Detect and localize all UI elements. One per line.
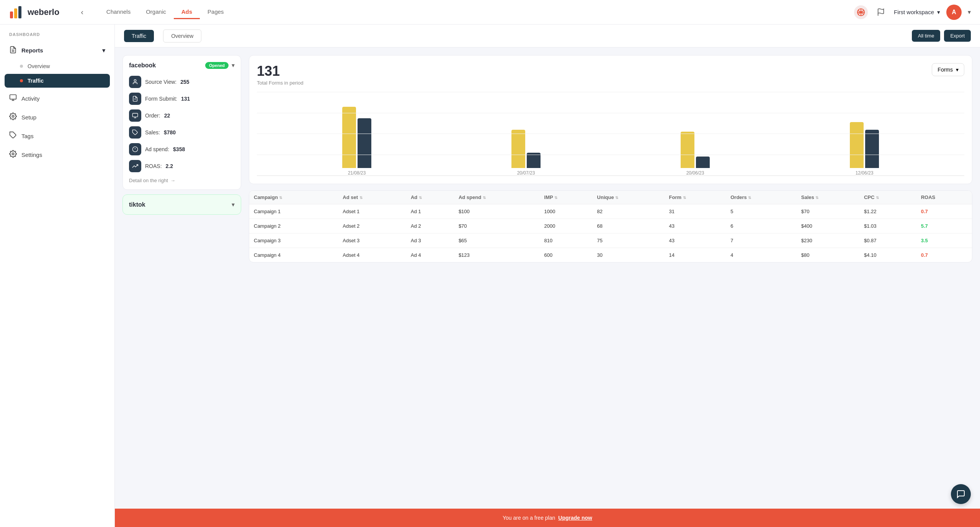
cell-unique: 82 (593, 204, 665, 219)
stat-row-sales: Sales: $780 (129, 124, 235, 141)
cell-adset: Adset 3 (338, 233, 406, 248)
cell-spend: $65 (454, 233, 540, 248)
sidebar-sub-traffic[interactable]: Traffic (5, 74, 110, 88)
flag-icon[interactable] (874, 5, 888, 19)
nav-tab-channels[interactable]: Channels (99, 5, 138, 19)
reports-icon (9, 46, 17, 55)
facebook-card: facebook Opened ▾ (122, 55, 241, 190)
col-adset[interactable]: Ad set ⇅ (338, 191, 406, 204)
cell-campaign: Campaign 3 (249, 233, 338, 248)
settings-icon (9, 150, 17, 160)
detail-link[interactable]: Detail on the right → (129, 178, 235, 183)
cell-spend: $70 (454, 219, 540, 233)
sidebar-item-tags[interactable]: Tags (0, 127, 114, 145)
cell-imp: 2000 (540, 219, 593, 233)
bar-yellow-2 (511, 130, 525, 168)
overview-dot (20, 65, 23, 68)
facebook-chevron-icon[interactable]: ▾ (232, 62, 235, 69)
chat-button[interactable] (951, 484, 971, 504)
cell-adset: Adset 4 (338, 248, 406, 263)
col-campaign[interactable]: Campaign ⇅ (249, 191, 338, 204)
order-value: 22 (164, 113, 170, 119)
cell-orders: 5 (726, 204, 797, 219)
col-orders[interactable]: Orders ⇅ (726, 191, 797, 204)
sidebar-item-reports[interactable]: Reports ▾ (0, 41, 114, 59)
table-row: Campaign 3 Adset 3 Ad 3 $65 810 75 43 7 … (249, 233, 972, 248)
sidebar-item-settings[interactable]: Settings (0, 145, 114, 164)
tags-icon (9, 131, 17, 141)
cell-cpc: $1.22 (859, 204, 916, 219)
nav-tab-pages[interactable]: Pages (200, 5, 232, 19)
chart-card: 131 Total Forms in period Forms ▾ (249, 55, 972, 184)
col-form[interactable]: Form ⇅ (665, 191, 726, 204)
col-imp[interactable]: IMP ⇅ (540, 191, 593, 204)
col-roas[interactable]: ROAS (916, 191, 972, 204)
upgrade-link[interactable]: Upgrade now (558, 515, 592, 521)
cell-sales: $400 (797, 219, 859, 233)
svg-rect-0 (10, 11, 13, 18)
sidebar-item-activity[interactable]: Activity (0, 89, 114, 108)
right-panel: 131 Total Forms in period Forms ▾ (249, 55, 972, 501)
tiktok-card: tiktok ▾ (122, 194, 241, 215)
cell-roas: 3.5 (916, 233, 972, 248)
arrow-right-icon: → (170, 178, 175, 183)
bar-dark-2 (527, 153, 541, 168)
bar-group-3: 20/06/23 (681, 132, 710, 176)
bar-label-3: 20/06/23 (686, 170, 704, 176)
action-btn-1[interactable]: All time (912, 30, 941, 42)
top-tab-overview[interactable]: Overview (163, 29, 201, 42)
cell-adset: Adset 1 (338, 204, 406, 219)
cell-sales: $230 (797, 233, 859, 248)
bar-yellow-3 (681, 132, 694, 168)
stat-row-form-submit: Form Submit: 131 (129, 90, 235, 107)
cell-spend: $100 (454, 204, 540, 219)
cell-ad: Ad 1 (406, 204, 454, 219)
cell-roas: 0.7 (916, 204, 972, 219)
traffic-dot (20, 79, 23, 82)
sales-value: $780 (164, 129, 176, 135)
cell-unique: 68 (593, 219, 665, 233)
activity-label: Activity (21, 95, 105, 102)
cell-unique: 75 (593, 233, 665, 248)
col-cpc[interactable]: CPC ⇅ (859, 191, 916, 204)
col-ad[interactable]: Ad ⇅ (406, 191, 454, 204)
svg-point-11 (12, 116, 14, 117)
reports-label: Reports (21, 47, 43, 54)
header-right: First workspace ▾ A ▾ (854, 5, 971, 20)
nav-tab-ads[interactable]: Ads (174, 5, 200, 19)
order-icon (129, 109, 141, 122)
globe-icon[interactable] (854, 5, 868, 19)
col-sales[interactable]: Sales ⇅ (797, 191, 859, 204)
sales-icon (129, 126, 141, 139)
col-adspend[interactable]: Ad spend ⇅ (454, 191, 540, 204)
action-btn-2[interactable]: Export (944, 30, 971, 42)
chart-dropdown[interactable]: Forms ▾ (932, 63, 964, 76)
dropdown-chevron-icon: ▾ (956, 67, 959, 73)
cell-adset: Adset 2 (338, 219, 406, 233)
main-nav: Channels Organic Ads Pages (99, 5, 232, 19)
back-button[interactable]: ‹ (78, 6, 87, 18)
avatar[interactable]: A (946, 5, 962, 20)
workspace-selector[interactable]: First workspace ▾ (894, 9, 940, 16)
campaigns-table: Campaign ⇅ Ad set ⇅ Ad ⇅ Ad spend ⇅ IMP … (249, 191, 972, 262)
source-view-icon (129, 76, 141, 88)
cell-spend: $123 (454, 248, 540, 263)
source-view-value: 255 (180, 79, 189, 85)
roas-value: 2.2 (166, 163, 173, 169)
table-row: Campaign 2 Adset 2 Ad 2 $70 2000 68 43 6… (249, 219, 972, 233)
tiktok-chevron-icon[interactable]: ▾ (232, 201, 235, 208)
bar-label-4: 12/06/23 (856, 170, 874, 176)
activity-icon (9, 94, 17, 103)
chart-total: 131 (257, 63, 303, 79)
cell-orders: 4 (726, 248, 797, 263)
top-tab-traffic[interactable]: Traffic (124, 30, 154, 42)
stat-row-order: Order: 22 (129, 107, 235, 124)
nav-tab-organic[interactable]: Organic (138, 5, 174, 19)
bar-yellow-1 (342, 107, 356, 168)
cell-campaign: Campaign 1 (249, 204, 338, 219)
setup-icon (9, 113, 17, 122)
col-unique[interactable]: Unique ⇅ (593, 191, 665, 204)
sidebar-item-setup[interactable]: Setup (0, 108, 114, 127)
sidebar-sub-overview[interactable]: Overview (0, 59, 114, 73)
cell-form: 43 (665, 219, 726, 233)
